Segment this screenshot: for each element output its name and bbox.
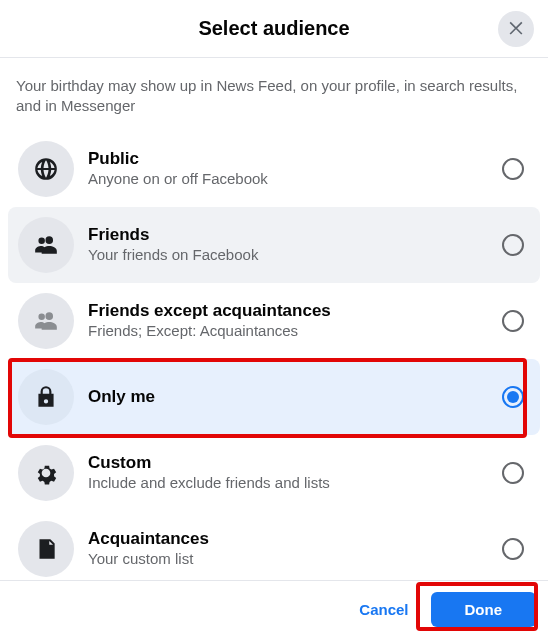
radio-friends[interactable] — [502, 234, 524, 256]
option-subtitle: Anyone on or off Facebook — [88, 170, 502, 189]
option-public[interactable]: Public Anyone on or off Facebook — [8, 131, 540, 207]
lock-icon — [18, 369, 74, 425]
close-icon — [506, 17, 526, 41]
modal-title: Select audience — [198, 17, 349, 40]
option-only-me[interactable]: Only me — [8, 359, 540, 435]
option-title: Friends — [88, 224, 502, 245]
modal-content[interactable]: Your birthday may show up in News Feed, … — [0, 58, 548, 580]
modal-footer: Cancel Done — [0, 580, 548, 638]
option-text: Acquaintances Your custom list — [74, 528, 502, 569]
radio-only-me[interactable] — [502, 386, 524, 408]
option-acquaintances[interactable]: Acquaintances Your custom list — [8, 511, 540, 581]
option-text: Friends except acquaintances Friends; Ex… — [74, 300, 502, 341]
cancel-button[interactable]: Cancel — [345, 593, 422, 626]
radio-public[interactable] — [502, 158, 524, 180]
gear-icon — [18, 445, 74, 501]
done-button[interactable]: Done — [431, 592, 537, 627]
globe-icon — [18, 141, 74, 197]
option-title: Friends except acquaintances — [88, 300, 502, 321]
modal-header: Select audience — [0, 0, 548, 58]
option-title: Only me — [88, 386, 502, 407]
option-friends-except[interactable]: Friends except acquaintances Friends; Ex… — [8, 283, 540, 359]
option-subtitle: Include and exclude friends and lists — [88, 474, 502, 493]
option-title: Public — [88, 148, 502, 169]
radio-friends-except[interactable] — [502, 310, 524, 332]
list-icon — [18, 521, 74, 577]
option-title: Acquaintances — [88, 528, 502, 549]
option-text: Custom Include and exclude friends and l… — [74, 452, 502, 493]
friends-icon — [18, 217, 74, 273]
option-subtitle: Your custom list — [88, 550, 502, 569]
radio-acquaintances[interactable] — [502, 538, 524, 560]
close-button[interactable] — [498, 11, 534, 47]
option-title: Custom — [88, 452, 502, 473]
friends-except-icon — [18, 293, 74, 349]
option-subtitle: Friends; Except: Acquaintances — [88, 322, 502, 341]
option-custom[interactable]: Custom Include and exclude friends and l… — [8, 435, 540, 511]
audience-modal: Select audience Your birthday may show u… — [0, 0, 548, 638]
audience-options: Public Anyone on or off Facebook Friends… — [0, 131, 548, 581]
option-text: Public Anyone on or off Facebook — [74, 148, 502, 189]
option-friends[interactable]: Friends Your friends on Facebook — [8, 207, 540, 283]
radio-custom[interactable] — [502, 462, 524, 484]
option-subtitle: Your friends on Facebook — [88, 246, 502, 265]
option-text: Friends Your friends on Facebook — [74, 224, 502, 265]
audience-description: Your birthday may show up in News Feed, … — [0, 58, 548, 131]
option-text: Only me — [74, 386, 502, 407]
